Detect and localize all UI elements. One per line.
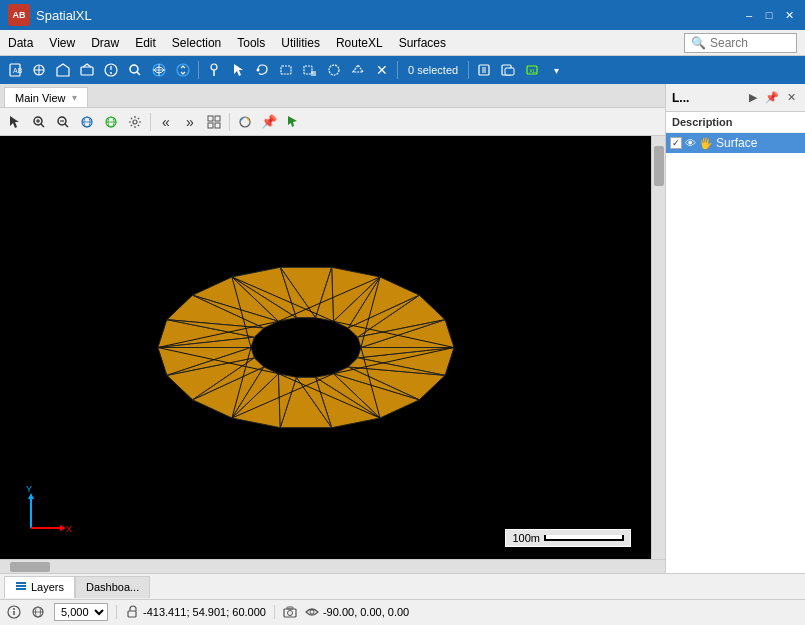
vt-grid[interactable] [203, 111, 225, 133]
main-view-tab[interactable]: Main View ▾ [4, 87, 88, 107]
layers-description-header: Description [666, 112, 805, 133]
layer-checkbox[interactable]: ✓ [670, 137, 682, 149]
menu-data[interactable]: Data [0, 33, 41, 53]
menu-surfaces[interactable]: Surfaces [391, 33, 454, 53]
eye-icon [305, 605, 319, 619]
v-scroll-thumb[interactable] [654, 146, 664, 186]
svg-rect-68 [128, 611, 136, 617]
svg-marker-21 [311, 71, 316, 76]
menu-tools[interactable]: Tools [229, 33, 273, 53]
toolbar-button-5[interactable] [100, 59, 122, 81]
h-scrollbar[interactable] [0, 559, 665, 573]
status-bar: 5,000 -413.411; 54.901; 60.000 -90.00, 0… [0, 599, 805, 623]
status-camera-icon [283, 605, 297, 619]
svg-text:AB: AB [13, 67, 23, 74]
status-coords-section: -413.411; 54.901; 60.000 [125, 605, 266, 619]
toolbar-button-1[interactable]: AB [4, 59, 26, 81]
status-sep-1 [116, 605, 117, 619]
status-world-icon [30, 604, 46, 620]
vt-forward[interactable]: » [179, 111, 201, 133]
right-panel-close[interactable]: ✕ [784, 90, 799, 105]
main-content: Main View ▾ « [0, 84, 805, 573]
h-scroll-thumb[interactable] [10, 562, 50, 572]
toolbar-button-4[interactable] [76, 59, 98, 81]
vt-color-picker[interactable] [234, 111, 256, 133]
toolbar-export2[interactable] [497, 59, 519, 81]
toolbar-select3[interactable] [323, 59, 345, 81]
tab-layers[interactable]: Layers [4, 576, 75, 598]
toolbar-select4[interactable] [347, 59, 369, 81]
right-panel-pin[interactable]: 📌 [762, 90, 782, 105]
menu-selection[interactable]: Selection [164, 33, 229, 53]
canvas-area[interactable]: 100m Y X [0, 136, 651, 559]
search-box[interactable]: 🔍 [684, 33, 797, 53]
vt-zoom-in[interactable] [28, 111, 50, 133]
svg-rect-59 [16, 585, 26, 587]
toolbar-button-2[interactable] [28, 59, 50, 81]
vt-globe2[interactable] [100, 111, 122, 133]
scale-label: 100m [512, 532, 540, 544]
right-panel: L... ▶ 📌 ✕ Description ✓ 👁 🖐 Surface [665, 84, 805, 573]
viewport-inner: 100m Y X [0, 136, 665, 559]
angle-display: -90.00, 0.00, 0.00 [323, 606, 409, 618]
coords-display: -413.411; 54.901; 60.000 [143, 606, 266, 618]
toolbar-box-select[interactable] [275, 59, 297, 81]
view-tab-close[interactable]: ▾ [72, 92, 77, 103]
menu-routexl[interactable]: RouteXL [328, 33, 391, 53]
search-input[interactable] [710, 36, 790, 50]
right-panel-controls: ▶ 📌 ✕ [746, 90, 799, 105]
minimize-button[interactable]: – [741, 7, 757, 23]
toolbar-button-3[interactable] [52, 59, 74, 81]
svg-rect-29 [505, 68, 514, 75]
maximize-button[interactable]: □ [761, 7, 777, 23]
tab-dashboard[interactable]: Dashboa... [75, 576, 150, 598]
svg-text:Y: Y [26, 484, 32, 494]
layer-row-surface[interactable]: ✓ 👁 🖐 Surface [666, 133, 805, 153]
toolbar-clear[interactable]: ✕ [371, 59, 393, 81]
svg-text:X: X [66, 524, 72, 534]
menu-draw[interactable]: Draw [83, 33, 127, 53]
svg-point-46 [133, 120, 137, 124]
axes-indicator: Y X [16, 483, 76, 543]
vt-cursor-pin[interactable] [282, 111, 304, 133]
layer-name: Surface [716, 136, 757, 150]
layer-eye-icon[interactable]: 👁 [685, 137, 696, 149]
menu-view[interactable]: View [41, 33, 83, 53]
vt-zoom-out[interactable] [52, 111, 74, 133]
layer-hand-icon[interactable]: 🖐 [699, 137, 713, 150]
v-scrollbar[interactable] [651, 136, 665, 559]
svg-point-18 [257, 69, 260, 72]
toolbar-button-8[interactable] [172, 59, 194, 81]
svg-rect-20 [304, 66, 312, 74]
svg-point-15 [211, 64, 217, 70]
tab-dashboard-label: Dashboa... [86, 581, 139, 593]
menu-utilities[interactable]: Utilities [273, 33, 328, 53]
menu-edit[interactable]: Edit [127, 33, 164, 53]
vt-arrow[interactable] [4, 111, 26, 133]
svg-rect-48 [215, 116, 220, 121]
tab-layers-label: Layers [31, 581, 64, 593]
svg-marker-23 [353, 65, 363, 72]
toolbar-button-7[interactable] [148, 59, 170, 81]
vt-gear[interactable] [124, 111, 146, 133]
toolbar-export3[interactable]: XL [521, 59, 543, 81]
camera-icon [283, 605, 297, 619]
toolbar-dropdown[interactable]: ▾ [545, 59, 567, 81]
vt-globe1[interactable] [76, 111, 98, 133]
toolbar-select-arrow[interactable] [227, 59, 249, 81]
vt-back[interactable]: « [155, 111, 177, 133]
main-toolbar: AB ✕ 0 selected [0, 56, 805, 84]
toolbar-lasso[interactable] [251, 59, 273, 81]
menu-bar: Data View Draw Edit Selection Tools Util… [0, 30, 805, 56]
vt-pin[interactable]: 📌 [258, 111, 280, 133]
title-bar: AB SpatialXL – □ ✕ [0, 0, 805, 30]
toolbar-button-6[interactable] [124, 59, 146, 81]
view-tab-bar: Main View ▾ [0, 84, 665, 108]
toolbar-pin[interactable] [203, 59, 225, 81]
right-panel-play[interactable]: ▶ [746, 90, 760, 105]
zoom-dropdown[interactable]: 5,000 [54, 603, 108, 621]
toolbar-export1[interactable] [473, 59, 495, 81]
toolbar-select2[interactable] [299, 59, 321, 81]
app-title: SpatialXL [36, 8, 92, 23]
close-button[interactable]: ✕ [781, 7, 797, 23]
